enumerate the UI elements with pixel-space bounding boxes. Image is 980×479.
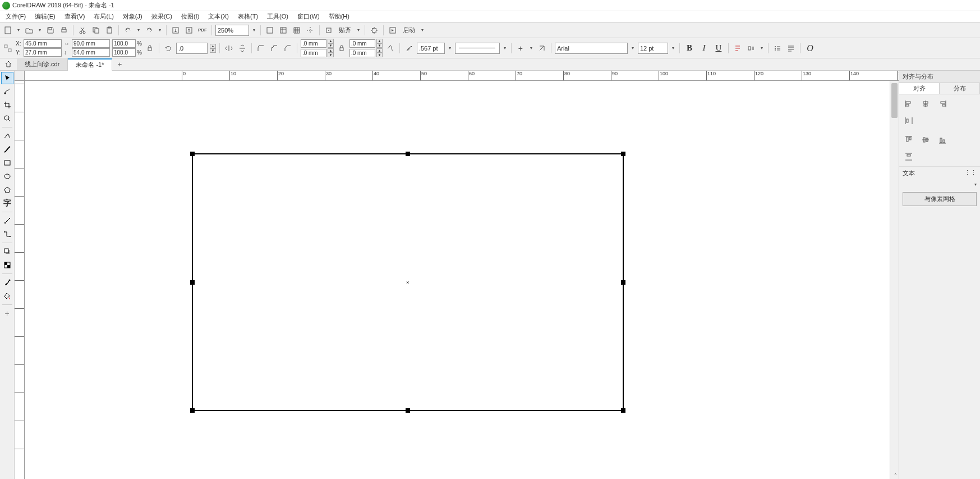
align-center-v-icon[interactable]: [919, 134, 932, 146]
line-style-selector[interactable]: [455, 43, 500, 54]
import-icon[interactable]: [170, 25, 181, 36]
text-options-icon[interactable]: ⋮⋮: [964, 169, 977, 176]
line-style-dropdown[interactable]: ▾: [502, 43, 508, 54]
italic-button[interactable]: I: [698, 42, 710, 54]
spin-down[interactable]: ▼: [210, 48, 216, 53]
spin-down[interactable]: ▼: [328, 43, 334, 48]
paragraph-icon[interactable]: [785, 43, 797, 54]
ellipse-tool[interactable]: [1, 170, 13, 183]
font-dropdown[interactable]: ▾: [630, 43, 636, 54]
options-icon[interactable]: [369, 25, 380, 36]
align-top-icon[interactable]: [903, 134, 915, 146]
corner-lock-icon[interactable]: [336, 43, 347, 54]
corner-y2-input[interactable]: [349, 49, 375, 57]
handle-bottom-left[interactable]: [190, 408, 195, 413]
wrap-icon[interactable]: [746, 43, 757, 54]
artistic-media-tool[interactable]: [1, 143, 13, 156]
menu-window[interactable]: 窗口(W): [294, 11, 323, 22]
new-icon[interactable]: [2, 25, 13, 36]
open-icon[interactable]: [24, 25, 35, 36]
panel-tab-align[interactable]: 对齐: [899, 83, 940, 94]
scrollbar-arrow[interactable]: ⌃: [894, 473, 898, 478]
spin-down[interactable]: ▼: [376, 43, 383, 48]
rotation-input[interactable]: [176, 43, 208, 54]
rectangle-tool[interactable]: [1, 157, 13, 169]
font-input[interactable]: [555, 43, 628, 54]
handle-bottom[interactable]: [406, 408, 410, 413]
corner-x1-input[interactable]: [301, 39, 326, 48]
outline-width-input[interactable]: [417, 43, 445, 54]
spin-up[interactable]: ▲: [376, 48, 383, 53]
corner-x2-input[interactable]: [349, 39, 375, 48]
lock-ratio-icon[interactable]: [144, 43, 155, 54]
zoom-input[interactable]: [215, 25, 249, 36]
scrollbar-thumb[interactable]: [891, 83, 898, 118]
doc-tab-2[interactable]: 未命名 -1*: [68, 58, 112, 71]
menu-edit[interactable]: 编辑(E): [31, 11, 59, 22]
menu-layout[interactable]: 布局(L): [90, 11, 117, 22]
ruler-corner[interactable]: [15, 71, 25, 81]
eyedropper-tool[interactable]: [1, 276, 13, 289]
connector-tool[interactable]: [1, 228, 13, 240]
drop-shadow-tool[interactable]: [1, 245, 13, 258]
menu-file[interactable]: 文件(F): [2, 11, 29, 22]
freehand-tool[interactable]: [1, 130, 13, 142]
menu-object[interactable]: 对象(J): [119, 11, 146, 22]
align-right-icon[interactable]: [936, 98, 949, 110]
redo-dropdown[interactable]: ▾: [157, 25, 163, 36]
pdf-icon[interactable]: PDF: [197, 25, 208, 36]
snap-label[interactable]: 贴齐: [337, 26, 353, 34]
add-tab-button[interactable]: +: [112, 58, 127, 70]
x-input[interactable]: [24, 39, 62, 48]
menu-view[interactable]: 查看(V): [61, 11, 89, 22]
width-input[interactable]: [72, 39, 110, 48]
handle-top-right[interactable]: [621, 152, 625, 156]
spin-up[interactable]: ▲: [210, 44, 216, 48]
panel-tab-distribute[interactable]: 分布: [940, 83, 980, 94]
guides-icon[interactable]: [305, 25, 316, 36]
vertical-scrollbar[interactable]: ⌃: [890, 81, 899, 479]
underline-button[interactable]: U: [712, 42, 725, 54]
vertical-ruler[interactable]: [15, 81, 25, 479]
parallel-dim-tool[interactable]: [1, 215, 13, 227]
y-input[interactable]: [24, 48, 62, 57]
new-dropdown[interactable]: ▾: [16, 25, 21, 36]
menu-tools[interactable]: 工具(O): [264, 11, 292, 22]
menu-table[interactable]: 表格(T): [234, 11, 261, 22]
spin-up[interactable]: ▲: [376, 39, 383, 43]
bullet-list-icon[interactable]: [772, 43, 783, 54]
pick-tool[interactable]: [1, 72, 13, 84]
undo-dropdown[interactable]: ▾: [136, 25, 141, 36]
mirror-h-icon[interactable]: [223, 43, 234, 54]
align-bottom-icon[interactable]: [936, 134, 949, 146]
copy-icon[interactable]: [90, 25, 102, 36]
handle-left[interactable]: [190, 280, 195, 285]
relative-corner-icon[interactable]: [385, 43, 396, 54]
cut-icon[interactable]: [77, 25, 88, 36]
shape-tool[interactable]: [1, 85, 13, 98]
rotate-icon[interactable]: [163, 43, 174, 54]
zoom-dropdown[interactable]: ▾: [251, 25, 257, 36]
align-center-h-icon[interactable]: [919, 98, 932, 110]
horizontal-ruler[interactable]: 0102030405060708090100110120130140150: [15, 71, 899, 81]
launch-label[interactable]: 启动: [401, 26, 417, 34]
transparency-tool[interactable]: [1, 259, 13, 271]
launch-dropdown[interactable]: ▾: [420, 25, 425, 36]
export-icon[interactable]: [183, 25, 195, 36]
handle-top-left[interactable]: [190, 152, 195, 156]
convert-icon[interactable]: [536, 43, 547, 54]
menu-text[interactable]: 文本(X): [205, 11, 232, 22]
corner-y1-input[interactable]: [301, 49, 326, 57]
corner-round-icon[interactable]: [255, 43, 266, 54]
distribute-left-icon[interactable]: [903, 115, 915, 127]
spin-up[interactable]: ▲: [328, 39, 334, 43]
outline-dropdown[interactable]: ▾: [447, 43, 453, 54]
selected-rectangle[interactable]: ×: [192, 153, 624, 411]
distribute-top-icon[interactable]: [903, 150, 915, 163]
paste-icon[interactable]: [104, 25, 115, 36]
object-props-icon[interactable]: O: [804, 42, 816, 54]
menu-bitmap[interactable]: 位图(I): [178, 11, 203, 22]
wrap-dropdown[interactable]: ▾: [759, 43, 765, 54]
print-icon[interactable]: [58, 25, 70, 36]
plus-icon[interactable]: +: [515, 43, 526, 54]
